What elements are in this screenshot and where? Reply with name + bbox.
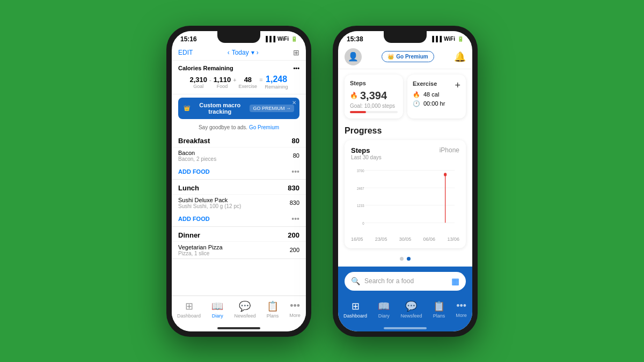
more-icon-lunch[interactable]: ••• — [291, 215, 299, 223]
exercise-calories: 48 cal — [423, 91, 439, 98]
breakfast-add-row: ADD FOOD ••• — [172, 164, 306, 179]
steps-progress-bar — [350, 111, 398, 113]
signal-icon-2: ▐▐▐ — [430, 36, 442, 42]
food-name-sushi: Sushi Deluxe Pack — [178, 197, 241, 203]
lunch-add-row: ADD FOOD ••• — [172, 211, 306, 226]
wifi-icon: WiFi — [277, 36, 289, 42]
food-label: Food — [217, 84, 228, 89]
calories-more[interactable]: ••• — [293, 65, 299, 71]
x-label-1: 16/05 — [351, 237, 363, 242]
plans-icon: 📋 — [267, 300, 279, 312]
food-item-bacon[interactable]: Bacon Bacon, 2 pieces 80 — [172, 147, 306, 164]
avatar[interactable]: 👤 — [345, 48, 362, 65]
steps-goal: Goal: 10,000 steps — [350, 103, 398, 109]
nav-diary-1[interactable]: 📖 Diary — [211, 300, 223, 319]
crown-icon-2: 👑 — [387, 54, 394, 60]
signal-icon: ▐▐▐ — [264, 36, 275, 42]
nav-label-more: More — [289, 313, 301, 318]
breakfast-add-food[interactable]: ADD FOOD — [178, 168, 210, 175]
newsfeed-icon: 💬 — [239, 300, 251, 312]
nav-plans-2[interactable]: 📋 Plans — [433, 300, 445, 319]
food-item-sushi[interactable]: Sushi Deluxe Pack Sushi Sushi, 100 g (12… — [172, 194, 306, 211]
time-1: 15:16 — [180, 35, 197, 43]
food-desc: Bacon, 2 pieces — [178, 156, 216, 162]
more-icon-nav2: ••• — [456, 300, 466, 312]
dot-1[interactable] — [400, 257, 404, 261]
prev-day-icon[interactable]: ‹ — [228, 49, 230, 56]
page-dots — [338, 253, 472, 265]
dash-header: 👤 👑 Go Premium 🔔 — [338, 45, 472, 69]
search-input-container[interactable]: 🔍 Search for a food ▦ — [345, 272, 466, 291]
nav-dashboard-1[interactable]: ⊞ Dashboard — [177, 300, 201, 319]
calories-box: Calories Remaining ••• 2,310 Goal - 1,11… — [172, 61, 306, 94]
diary-icon-2: 📖 — [378, 300, 390, 312]
status-icons-1: ▐▐▐ WiFi 🔋 — [264, 36, 297, 42]
diary-header: EDIT ‹ Today ▾ › ⊞ — [172, 45, 306, 61]
cal-exercise: 48 — [244, 76, 252, 84]
nav-plans-1[interactable]: 📋 Plans — [267, 300, 279, 319]
steps-card-title: Steps — [350, 80, 398, 86]
go-premium-button[interactable]: 👑 Go Premium — [382, 51, 434, 62]
crown-icon: 👑 — [184, 105, 190, 111]
remaining-label: Remaining — [265, 84, 288, 90]
chart-title: Steps — [351, 146, 382, 154]
lunch-add-food[interactable]: ADD FOOD — [178, 216, 210, 222]
exercise-time-row: 🕐 00:00 hr — [413, 100, 460, 107]
minus-op: - — [209, 77, 211, 83]
close-icon[interactable]: ✕ — [292, 100, 296, 106]
edit-button[interactable]: EDIT — [178, 49, 193, 56]
dashboard-icon: ⊞ — [185, 300, 193, 312]
diary-icon: 📖 — [211, 300, 223, 312]
dinner-cal: 200 — [288, 231, 299, 239]
dropdown-icon[interactable]: ▾ — [251, 49, 254, 56]
today-label[interactable]: Today — [232, 49, 249, 56]
food-name-pizza: Vegetarian Pizza — [178, 244, 223, 250]
nav-label-diary2: Diary — [378, 313, 390, 319]
nav-newsfeed-1[interactable]: 💬 Newsfeed — [234, 300, 255, 319]
barcode-icon[interactable]: ▦ — [451, 276, 459, 286]
svg-text:2467: 2467 — [357, 186, 364, 190]
food-item-pizza[interactable]: Vegetarian Pizza Pizza, 1 slice 200 — [172, 241, 306, 258]
promo-cta[interactable]: GO PREMIUM → — [250, 105, 294, 112]
plus-op: + — [233, 77, 236, 83]
nav-diary-2[interactable]: 📖 Diary — [378, 300, 390, 319]
phone-1: 15:16 ▐▐▐ WiFi 🔋 EDIT ‹ Today ▾ › ⊞ — [166, 26, 311, 337]
chart-x-labels: 16/05 23/05 30/05 06/06 13/06 — [351, 234, 459, 242]
promo-banner[interactable]: 👑 Custom macro tracking GO PREMIUM → ✕ — [178, 98, 299, 119]
nav-dashboard-2[interactable]: ⊞ Dashboard — [343, 300, 367, 319]
next-day-icon[interactable]: › — [257, 49, 259, 56]
dashboard-icon-2: ⊞ — [352, 300, 360, 312]
dinner-title: Dinner — [178, 231, 200, 239]
svg-text:0: 0 — [362, 220, 364, 225]
time-2: 15:38 — [347, 35, 363, 43]
nav-label: Dashboard — [177, 313, 201, 319]
notification-icon[interactable]: 🔔 — [454, 51, 466, 63]
go-premium-link[interactable]: Go Premium — [249, 124, 279, 130]
goal-label: Goal — [193, 84, 203, 89]
nav-more-1[interactable]: ••• More — [289, 300, 301, 318]
breakfast-cal: 80 — [292, 137, 299, 145]
premium-label: Go Premium — [396, 54, 428, 60]
food-name: Bacon — [178, 150, 216, 156]
date-nav[interactable]: ‹ Today ▾ › — [228, 49, 259, 56]
add-exercise-button[interactable]: + — [455, 80, 460, 91]
svg-text:3700: 3700 — [357, 168, 364, 173]
steps-progress-fill — [350, 111, 366, 113]
search-placeholder: Search for a food — [364, 277, 414, 285]
nav-more-2[interactable]: ••• More — [456, 300, 467, 318]
exercise-time: 00:00 hr — [423, 100, 445, 107]
cal-food: 1,110 — [214, 76, 231, 84]
breakfast-section: Breakfast 80 Bacon Bacon, 2 pieces 80 AD… — [172, 132, 306, 180]
home-indicator-1 — [172, 325, 306, 331]
fire-icon: 🔥 — [413, 91, 420, 98]
chart-area: 3700 2467 1233 0 — [351, 165, 459, 234]
steps-chart-card: Steps Last 30 days iPhone — [345, 140, 466, 248]
dot-2[interactable] — [407, 257, 411, 261]
settings-icon[interactable]: ⊞ — [293, 48, 299, 57]
more-icon[interactable]: ••• — [291, 167, 299, 176]
nav-label-more2: More — [456, 313, 467, 318]
progress-title: Progress — [345, 126, 466, 136]
nav-newsfeed-2[interactable]: 💬 Newsfeed — [400, 300, 422, 319]
wifi-icon-2: WiFi — [444, 36, 455, 42]
lunch-section: Lunch 830 Sushi Deluxe Pack Sushi Sushi,… — [172, 180, 306, 227]
